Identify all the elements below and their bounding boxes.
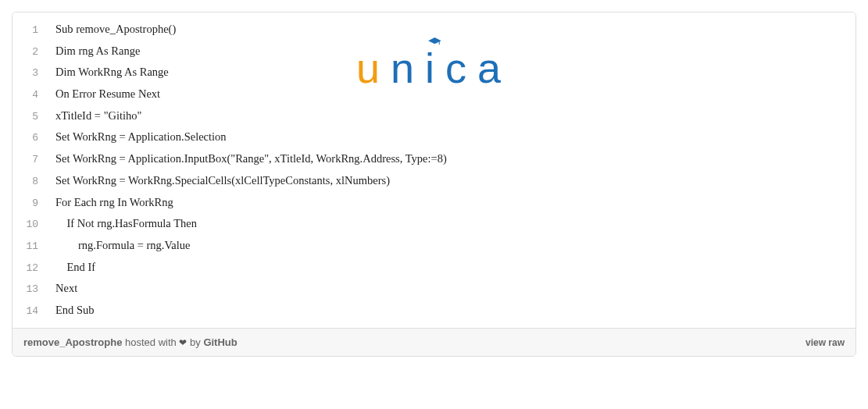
line-number: 14	[13, 302, 55, 322]
line-content[interactable]: Dim WorkRng As Range	[55, 62, 169, 84]
line-number: 10	[13, 215, 55, 235]
heart-icon: ❤	[179, 337, 187, 348]
code-line: 10 If Not rng.HasFormula Then	[13, 213, 855, 235]
line-number: 1	[13, 21, 55, 41]
line-number: 4	[13, 86, 55, 105]
hosted-text: hosted with	[125, 336, 179, 348]
line-number: 11	[13, 237, 55, 257]
line-content[interactable]: Set WorkRng = Application.InputBox("Rang…	[55, 148, 447, 170]
filename-link[interactable]: remove_Apostrophe	[23, 336, 122, 348]
line-content[interactable]: Dim rng As Range	[55, 41, 140, 62]
line-content[interactable]: End If	[55, 257, 95, 279]
github-link[interactable]: GitHub	[203, 336, 237, 348]
line-content[interactable]: End Sub	[55, 300, 95, 322]
gist-footer: remove_Apostrophe hosted with ❤ by GitHu…	[13, 328, 855, 356]
code-line: 1Sub remove_Apostrophe()	[13, 19, 855, 41]
line-number: 12	[13, 259, 55, 279]
code-line: 3Dim WorkRng As Range	[13, 62, 855, 84]
footer-right: view raw	[805, 336, 845, 348]
code-area: u n i c a 1Sub remove_Apostrophe()2Dim r…	[13, 12, 855, 328]
line-content[interactable]: rng.Formula = rng.Value	[55, 235, 191, 257]
code-line: 12 End If	[13, 257, 855, 279]
line-number: 13	[13, 280, 55, 300]
code-line: 14End Sub	[13, 300, 855, 322]
code-line: 11 rng.Formula = rng.Value	[13, 235, 855, 257]
code-line: 13Next	[13, 278, 855, 300]
code-line: 7Set WorkRng = Application.InputBox("Ran…	[13, 148, 855, 170]
line-number: 8	[13, 172, 55, 192]
code-line: 6Set WorkRng = Application.Selection	[13, 126, 855, 148]
line-content[interactable]: Next	[55, 278, 77, 300]
gist-container: u n i c a 1Sub remove_Apostrophe()2Dim r…	[12, 12, 856, 357]
code-line: 9For Each rng In WorkRng	[13, 192, 855, 214]
line-number: 2	[13, 43, 55, 62]
line-content[interactable]: xTitleId = "Gitiho"	[55, 105, 142, 127]
code-lines: 1Sub remove_Apostrophe()2Dim rng As Rang…	[13, 19, 855, 322]
footer-left: remove_Apostrophe hosted with ❤ by GitHu…	[23, 336, 238, 348]
code-line: 2Dim rng As Range	[13, 41, 855, 62]
line-number: 3	[13, 64, 55, 84]
line-content[interactable]: On Error Resume Next	[55, 84, 160, 105]
line-content[interactable]: Set WorkRng = Application.Selection	[55, 126, 227, 148]
line-number: 5	[13, 108, 55, 127]
line-number: 9	[13, 194, 55, 214]
line-content[interactable]: Set WorkRng = WorkRng.SpecialCells(xlCel…	[55, 170, 390, 192]
line-content[interactable]: For Each rng In WorkRng	[55, 192, 173, 214]
code-line: 5xTitleId = "Gitiho"	[13, 105, 855, 127]
by-text: by	[190, 336, 203, 348]
view-raw-link[interactable]: view raw	[805, 337, 845, 348]
code-line: 8Set WorkRng = WorkRng.SpecialCells(xlCe…	[13, 170, 855, 192]
line-content[interactable]: If Not rng.HasFormula Then	[55, 213, 197, 235]
line-content[interactable]: Sub remove_Apostrophe()	[55, 19, 176, 41]
code-line: 4On Error Resume Next	[13, 84, 855, 105]
line-number: 6	[13, 129, 55, 148]
line-number: 7	[13, 151, 55, 170]
